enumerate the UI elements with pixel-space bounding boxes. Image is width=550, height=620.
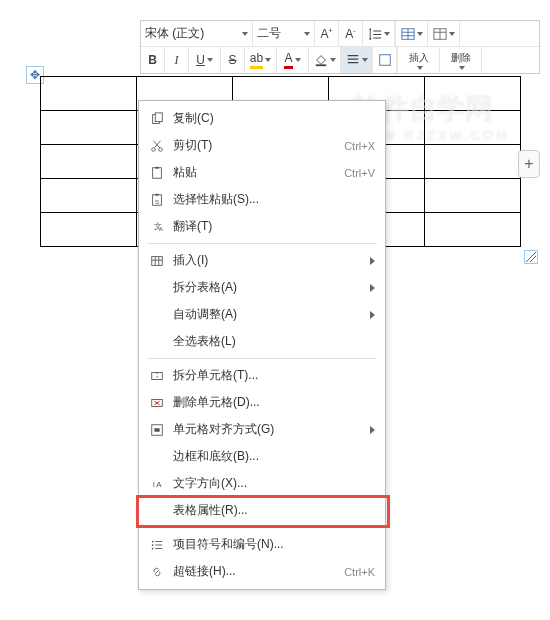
- menu-item-insert[interactable]: 插入(I): [139, 247, 385, 274]
- svg-point-23: [152, 544, 154, 546]
- chevron-down-icon: [242, 32, 248, 36]
- menu-shortcut: Ctrl+V: [344, 167, 375, 179]
- chevron-down-icon: [295, 58, 301, 62]
- svg-rect-19: [154, 428, 159, 432]
- delete-cell-icon: [147, 396, 167, 410]
- chevron-down-icon: [459, 66, 465, 70]
- formatting-toolbar: 宋体 (正文) 二号 A+ A- B I U S ab A: [140, 20, 540, 74]
- menu-item-bullets[interactable]: 项目符号和编号(N)...: [139, 531, 385, 558]
- font-family-value: 宋体 (正文): [145, 25, 240, 42]
- menu-item-label: 自动调整(A): [173, 306, 370, 323]
- svg-text:S: S: [155, 197, 159, 204]
- font-family-select[interactable]: 宋体 (正文): [141, 21, 253, 46]
- menu-item-text-dir[interactable]: IA文字方向(X)...: [139, 470, 385, 497]
- table-icon: [401, 27, 415, 41]
- svg-text:A: A: [156, 479, 162, 488]
- underline-button[interactable]: U: [189, 47, 221, 73]
- menu-item-label: 复制(C): [173, 110, 375, 127]
- svg-point-6: [152, 147, 156, 151]
- delete-label: 删除: [451, 51, 471, 65]
- svg-rect-9: [155, 166, 159, 168]
- menu-item-label: 粘贴: [173, 164, 344, 181]
- svg-rect-2: [315, 64, 326, 66]
- menu-item-label: 文字方向(X)...: [173, 475, 375, 492]
- strikethrough-button[interactable]: S: [221, 47, 245, 73]
- submenu-arrow-icon: [370, 426, 375, 434]
- menu-item-a[interactable]: 拆分表格(A): [139, 274, 385, 301]
- menu-item-r[interactable]: 表格属性(R)...: [139, 497, 385, 524]
- menu-item-link[interactable]: 超链接(H)...Ctrl+K: [139, 558, 385, 585]
- menu-item-copy[interactable]: 复制(C): [139, 105, 385, 132]
- font-color-button[interactable]: A: [277, 47, 309, 73]
- menu-item-label: 剪切(T): [173, 137, 344, 154]
- border-icon: [378, 53, 392, 67]
- decrease-font-button[interactable]: A-: [339, 21, 363, 46]
- menu-item-paste-special[interactable]: S选择性粘贴(S)...: [139, 186, 385, 213]
- menu-item-label: 项目符号和编号(N)...: [173, 536, 375, 553]
- bullets-icon: [147, 538, 167, 552]
- menu-item-align[interactable]: 单元格对齐方式(G): [139, 416, 385, 443]
- insert-icon: [147, 254, 167, 268]
- insert-table-button[interactable]: [396, 21, 428, 46]
- highlight-button[interactable]: ab: [245, 47, 277, 73]
- insert-label: 插入: [409, 51, 429, 65]
- bucket-icon: [314, 53, 328, 67]
- toolbar-row-2: B I U S ab A 插入 删除: [141, 47, 539, 73]
- svg-rect-11: [155, 193, 159, 195]
- menu-item-label: 表格属性(R)...: [173, 502, 375, 519]
- align-button[interactable]: [341, 47, 373, 73]
- delete-dropdown-button[interactable]: 删除: [440, 47, 482, 73]
- menu-item-a[interactable]: 自动调整(A): [139, 301, 385, 328]
- menu-item-translate[interactable]: 文A翻译(T): [139, 213, 385, 240]
- table-style-button[interactable]: [428, 21, 460, 46]
- strike-icon: S: [228, 53, 236, 67]
- menu-item-label: 选择性粘贴(S)...: [173, 191, 375, 208]
- copy-icon: [147, 112, 167, 126]
- chevron-down-icon: [265, 58, 271, 62]
- menu-item-l[interactable]: 全选表格(L): [139, 328, 385, 355]
- italic-button[interactable]: I: [165, 47, 189, 73]
- menu-item-label: 单元格对齐方式(G): [173, 421, 370, 438]
- menu-item-label: 拆分表格(A): [173, 279, 370, 296]
- line-spacing-button[interactable]: [363, 21, 395, 46]
- svg-rect-5: [155, 112, 162, 121]
- move-icon: ✥: [30, 68, 40, 82]
- toolbar-row-1: 宋体 (正文) 二号 A+ A-: [141, 21, 539, 47]
- submenu-arrow-icon: [370, 311, 375, 319]
- bold-button[interactable]: B: [141, 47, 165, 73]
- context-menu: 复制(C)剪切(T)Ctrl+X粘贴Ctrl+VS选择性粘贴(S)...文A翻译…: [138, 100, 386, 590]
- highlight-icon: ab: [250, 51, 263, 69]
- chevron-down-icon: [330, 58, 336, 62]
- menu-item-label: 插入(I): [173, 252, 370, 269]
- add-column-button[interactable]: +: [518, 150, 540, 178]
- chevron-down-icon: [207, 58, 213, 62]
- chevron-down-icon: [449, 32, 455, 36]
- increase-font-button[interactable]: A+: [315, 21, 339, 46]
- paste-special-icon: S: [147, 193, 167, 207]
- align-icon: [147, 423, 167, 437]
- menu-item-cut[interactable]: 剪切(T)Ctrl+X: [139, 132, 385, 159]
- italic-icon: I: [175, 53, 179, 68]
- table-resize-handle[interactable]: [524, 250, 538, 264]
- menu-item-paste[interactable]: 粘贴Ctrl+V: [139, 159, 385, 186]
- resize-icon: [526, 252, 536, 262]
- link-icon: [147, 565, 167, 579]
- menu-item-split-cell[interactable]: 拆分单元格(T)...: [139, 362, 385, 389]
- menu-item-label: 边框和底纹(B)...: [173, 448, 375, 465]
- menu-item-label: 拆分单元格(T)...: [173, 367, 375, 384]
- svg-rect-3: [379, 55, 390, 66]
- menu-shortcut: Ctrl+X: [344, 140, 375, 152]
- borders-button[interactable]: [373, 47, 397, 73]
- insert-dropdown-button[interactable]: 插入: [398, 47, 440, 73]
- svg-text:I: I: [153, 479, 155, 488]
- text-dir-icon: IA: [147, 477, 167, 491]
- svg-rect-8: [153, 167, 162, 178]
- menu-item-delete-cell[interactable]: 删除单元格(D)...: [139, 389, 385, 416]
- svg-text:A: A: [159, 225, 164, 232]
- shading-button[interactable]: [309, 47, 341, 73]
- submenu-arrow-icon: [370, 284, 375, 292]
- font-size-value: 二号: [257, 25, 302, 42]
- menu-item-label: 全选表格(L): [173, 333, 375, 350]
- menu-item-b[interactable]: 边框和底纹(B)...: [139, 443, 385, 470]
- font-size-select[interactable]: 二号: [253, 21, 315, 46]
